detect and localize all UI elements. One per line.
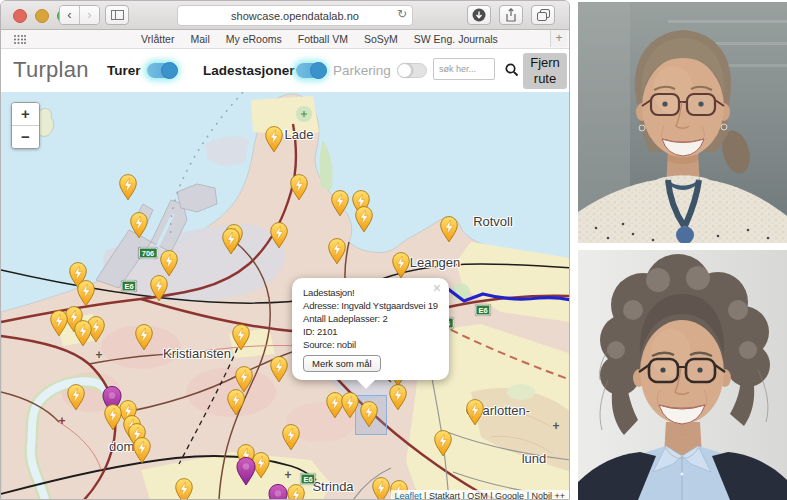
back-button[interactable]: ‹ xyxy=(60,6,80,24)
charging-station-marker[interactable] xyxy=(263,125,285,157)
url-text: showcase.opendatalab.no xyxy=(231,10,359,22)
popup-lines: Adresse: Ingvald Ystgaardsvei 19Antall L… xyxy=(303,299,443,351)
close-window-button[interactable] xyxy=(13,9,27,23)
marker-layer xyxy=(1,92,569,500)
bookmark-item[interactable]: My eRooms xyxy=(226,33,282,45)
bookmark-item[interactable]: Vrlåtter xyxy=(141,33,174,45)
url-bar[interactable]: showcase.opendatalab.no ↻ xyxy=(177,5,413,26)
new-tab-button[interactable]: + xyxy=(550,30,567,47)
clear-route-button[interactable]: Fjern rute xyxy=(523,53,567,89)
zoom-out-button[interactable]: − xyxy=(12,126,39,148)
toggle-switch[interactable] xyxy=(296,63,326,78)
toggle-ladestasjoner: Ladestasjoner xyxy=(203,62,326,79)
toggle-parkering: Parkering xyxy=(333,62,427,79)
charging-station-marker[interactable] xyxy=(326,237,348,269)
toggle-label: Turer xyxy=(107,63,141,78)
portrait-photo-top xyxy=(578,2,787,243)
portrait-photo-bottom xyxy=(578,250,787,500)
charging-station-marker[interactable] xyxy=(72,319,94,351)
sidebar-icon xyxy=(111,10,124,20)
map-popup: × Ladestasjon! Adresse: Ingvald Ystgaard… xyxy=(292,278,449,380)
browser-window: ‹ › showcase.opendatalab.no ↻ xyxy=(0,0,570,500)
bookmarks-grid-icon[interactable] xyxy=(13,34,26,46)
search-input[interactable] xyxy=(433,58,495,80)
charging-station-marker[interactable] xyxy=(117,173,139,205)
toggle-knob xyxy=(161,62,178,79)
charging-station-marker[interactable] xyxy=(268,221,290,253)
zoom-in-button[interactable]: + xyxy=(12,103,39,126)
map-canvas[interactable]: LadeRotvollLeangenKristianstenStrindaCha… xyxy=(1,92,569,500)
charging-station-marker[interactable] xyxy=(280,423,302,455)
share-icon xyxy=(505,8,517,22)
map-attribution: Leaflet | Statkart | OSM | Google | Nobi… xyxy=(391,490,569,500)
tabs-overview-button[interactable] xyxy=(531,5,555,25)
download-icon xyxy=(472,8,486,22)
toggle-label: Ladestasjoner xyxy=(203,63,295,78)
bookmarks-bar: VrlåtterMailMy eRoomsFotball VMSoSyMSW E… xyxy=(1,30,569,49)
charging-station-marker[interactable] xyxy=(464,398,486,430)
charging-station-marker[interactable] xyxy=(268,355,290,387)
destination-marker[interactable] xyxy=(234,456,258,490)
popup-close-icon[interactable]: × xyxy=(433,282,441,294)
screenshot-stage: ‹ › showcase.opendatalab.no ↻ xyxy=(0,0,787,500)
app-title: Turplan xyxy=(13,57,89,83)
charging-station-marker[interactable] xyxy=(65,383,87,415)
charging-station-marker[interactable] xyxy=(128,211,150,243)
toggle-turer: Turer xyxy=(107,62,177,79)
charging-station-marker[interactable] xyxy=(225,388,247,420)
bookmark-item[interactable]: SoSyM xyxy=(364,33,398,45)
bookmark-item[interactable]: Fotball VM xyxy=(298,33,348,45)
popup-line: Antall Ladeplasser: 2 xyxy=(303,312,443,325)
popup-line: ID: 2101 xyxy=(303,325,443,338)
app-header: Turplan TurerLadestasjonerParkering Fjer… xyxy=(1,49,569,92)
nav-buttons: ‹ › xyxy=(59,5,100,25)
bookmark-item[interactable]: SW Eng. Journals xyxy=(414,33,498,45)
bookmarks-bar-items: VrlåtterMailMy eRoomsFotball VMSoSyMSW E… xyxy=(141,33,498,45)
popup-line: Adresse: Ingvald Ystgaardsvei 19 xyxy=(303,299,443,312)
tabs-icon xyxy=(537,9,550,21)
charging-station-marker[interactable] xyxy=(148,274,170,306)
search-icon xyxy=(504,62,520,78)
toggle-knob xyxy=(397,63,412,78)
toggle-label: Parkering xyxy=(333,63,391,78)
share-button[interactable] xyxy=(499,5,523,25)
browser-titlebar: ‹ › showcase.opendatalab.no ↻ xyxy=(1,1,569,30)
toggle-switch[interactable] xyxy=(397,63,427,78)
popup-title: Ladestasjon! xyxy=(303,286,443,299)
charging-station-marker[interactable] xyxy=(173,477,195,500)
destination-marker[interactable] xyxy=(266,483,290,500)
minimize-window-button[interactable] xyxy=(35,9,49,23)
charging-station-marker[interactable] xyxy=(432,429,454,461)
charging-station-marker[interactable] xyxy=(387,383,409,415)
charging-station-marker[interactable] xyxy=(48,309,70,341)
sidebar-toggle-button[interactable] xyxy=(105,5,129,25)
toggle-switch[interactable] xyxy=(147,63,177,78)
leaflet-link[interactable]: Leaflet xyxy=(395,491,422,500)
reload-icon[interactable]: ↻ xyxy=(397,7,407,21)
bookmark-item[interactable]: Mail xyxy=(190,33,209,45)
zoom-control: + − xyxy=(11,102,40,149)
charging-station-marker[interactable] xyxy=(131,436,153,468)
attribution-text: | Statkart | OSM | Google | Nobil ++ xyxy=(422,491,565,500)
mark-as-goal-button[interactable]: Merk som mål xyxy=(303,355,381,372)
toolbar-right xyxy=(467,5,555,25)
forward-button[interactable]: › xyxy=(80,6,99,24)
charging-station-marker[interactable] xyxy=(133,323,155,355)
search-button[interactable] xyxy=(504,62,520,78)
charging-station-marker[interactable] xyxy=(438,215,460,247)
toggle-knob xyxy=(310,62,327,79)
charging-station-marker[interactable] xyxy=(353,205,375,237)
downloads-button[interactable] xyxy=(467,5,491,25)
charging-station-marker[interactable] xyxy=(230,323,252,355)
charging-station-marker[interactable] xyxy=(358,400,380,432)
charging-station-marker[interactable] xyxy=(220,227,242,259)
charging-station-marker[interactable] xyxy=(288,173,310,205)
charging-station-marker[interactable] xyxy=(329,189,351,221)
popup-line: Source: nobil xyxy=(303,338,443,351)
